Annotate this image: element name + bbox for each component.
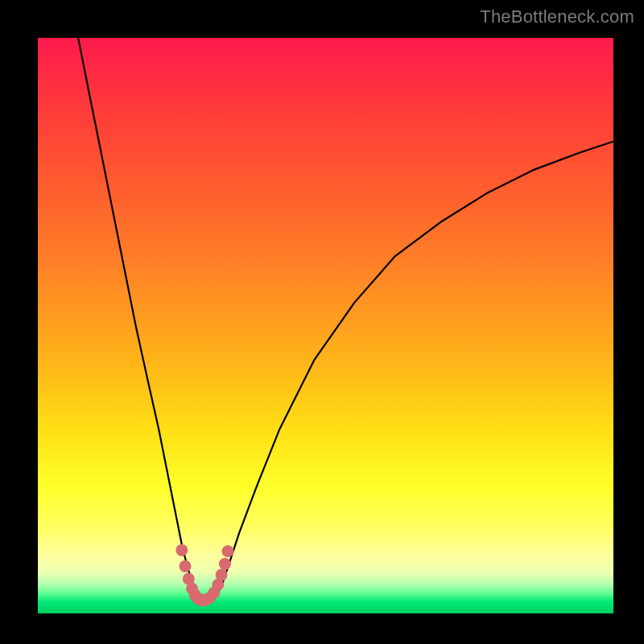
optimal-range-markers: [175, 544, 233, 606]
marker-dot: [222, 545, 234, 557]
chart-frame: TheBottleneck.com: [0, 0, 644, 644]
bottleneck-chart: [38, 38, 613, 613]
marker-dot: [216, 569, 228, 581]
marker-dot: [219, 558, 231, 570]
watermark-text: TheBottleneck.com: [480, 6, 634, 27]
plot-area: [38, 38, 613, 613]
marker-dot: [175, 544, 188, 556]
marker-dot: [180, 560, 192, 572]
curve-path: [78, 38, 613, 602]
